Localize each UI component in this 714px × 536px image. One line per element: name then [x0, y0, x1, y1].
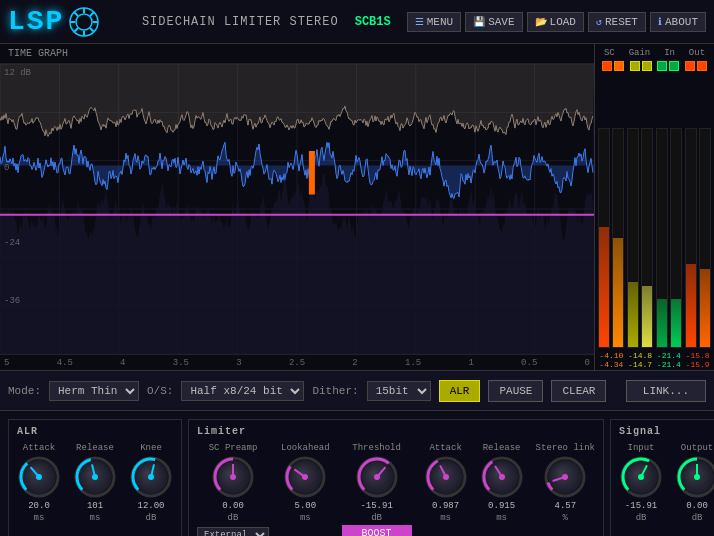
alr-knee-label: Knee [140, 443, 162, 453]
signal-knobs: Input -15.91 dB Output 0.00 dB [619, 443, 714, 523]
sc-preamp-unit: dB [228, 513, 239, 523]
out-header: Out [689, 48, 705, 58]
threshold-value: -15.91 [360, 501, 392, 511]
signal-title: Signal [619, 426, 714, 437]
limiter-group: Limiter SC Preamp 0.00 dB External Inter… [188, 419, 604, 536]
alr-knee-knob: Knee 12.00 dB [129, 443, 173, 523]
output-value: 0.00 [686, 501, 708, 511]
dither-label: Dither: [312, 385, 358, 397]
db-label-12: 12 dB [4, 68, 31, 78]
meter-bars [595, 72, 714, 350]
output-label: Output [681, 443, 713, 453]
in-val1: -21.4 [657, 351, 681, 360]
alr-release-canvas[interactable] [73, 455, 117, 499]
out-leds [685, 61, 707, 71]
os-select[interactable]: Half x8/24 bit Half x4/16 bit None [181, 381, 304, 401]
about-button[interactable]: ℹABOUT [650, 12, 706, 32]
lim-release-label: Release [483, 443, 521, 453]
input-canvas[interactable] [619, 455, 663, 499]
db-label-0: 0 [4, 163, 9, 173]
threshold-knob: Threshold -15.91 dB BOOST [342, 443, 412, 536]
menu-button[interactable]: ☰MENU [407, 12, 461, 32]
lim-attack-label: Attack [429, 443, 461, 453]
input-label: Input [628, 443, 655, 453]
alr-button[interactable]: ALR [439, 380, 481, 402]
sc-val2: -4.34 [599, 360, 623, 369]
sc-val1: -4.10 [599, 351, 623, 360]
time-graph-label: TIME GRAPH [8, 48, 68, 59]
sc-preamp-select[interactable]: External Internal [197, 527, 269, 536]
os-label: O/S: [147, 385, 173, 397]
stereo-link-knob: Stereo link 4.57 % [536, 443, 595, 523]
alr-release-knob: Release 101 ms [73, 443, 117, 523]
alr-release-value: 101 [87, 501, 103, 511]
out-val1: -15.8 [686, 351, 710, 360]
svg-line-8 [90, 12, 94, 16]
gain-val1: -14.8 [628, 351, 652, 360]
lim-release-value: 0.915 [488, 501, 515, 511]
db-label-neg36: -36 [4, 296, 20, 306]
mode-select[interactable]: Herm Thin Herm Wide Linear [49, 381, 139, 401]
alr-attack-canvas[interactable] [17, 455, 61, 499]
svg-line-9 [74, 28, 78, 32]
gear-icon [68, 6, 100, 38]
gain-leds [630, 61, 652, 71]
limiter-knobs: SC Preamp 0.00 dB External Internal Look… [197, 443, 595, 536]
controls-section: Mode: Herm Thin Herm Wide Linear O/S: Ha… [0, 370, 714, 410]
output-unit: dB [692, 513, 703, 523]
signal-group: Signal Input -15.91 dB Output 0.00 dB [610, 419, 714, 536]
alr-title: ALR [17, 426, 173, 437]
alr-group: ALR Attack 20.0 ms Release 101 ms Knee 1… [8, 419, 182, 536]
alr-release-label: Release [76, 443, 114, 453]
lim-release-knob: Release 0.915 ms [480, 443, 524, 523]
plugin-id: SCB1S [355, 15, 391, 29]
db-label-neg24: -24 [4, 238, 20, 248]
alr-attack-value: 20.0 [28, 501, 50, 511]
lookahead-unit: ms [300, 513, 311, 523]
gain-header: Gain [629, 48, 651, 58]
load-button[interactable]: 📂LOAD [527, 12, 584, 32]
boost-button[interactable]: BOOST [342, 525, 412, 536]
alr-attack-knob: Attack 20.0 ms [17, 443, 61, 523]
lim-release-unit: ms [496, 513, 507, 523]
side-meters: SC Gain In Out [594, 44, 714, 370]
output-canvas[interactable] [675, 455, 714, 499]
lim-attack-canvas[interactable] [424, 455, 468, 499]
time-axis: 5 4.5 4 3.5 3 2.5 2 1.5 1 0.5 0 [0, 354, 594, 370]
output-knob: Output 0.00 dB [675, 443, 714, 523]
lookahead-canvas[interactable] [283, 455, 327, 499]
input-value: -15.91 [625, 501, 657, 511]
stereo-link-value: 4.57 [555, 501, 577, 511]
out-val2: -15.9 [686, 360, 710, 369]
stereo-link-label: Stereo link [536, 443, 595, 453]
lim-attack-value: 0.987 [432, 501, 459, 511]
logo-text: LSP [8, 6, 64, 37]
dither-select[interactable]: 15bit 16bit None [367, 381, 431, 401]
stereo-link-canvas[interactable] [543, 455, 587, 499]
sc-header: SC [604, 48, 615, 58]
alr-release-unit: ms [90, 513, 101, 523]
pause-button[interactable]: PAUSE [488, 380, 543, 402]
clear-button[interactable]: CLEAR [551, 380, 606, 402]
header: LSP SIDECHAIN LIMITER STEREO SCB1S ☰MENU… [0, 0, 714, 44]
save-button[interactable]: 💾SAVE [465, 12, 522, 32]
main-wrapper: TIME GRAPH 12 dB 0 -24 -36 5 4.5 4 3.5 3… [0, 44, 714, 370]
lim-release-canvas[interactable] [480, 455, 524, 499]
lookahead-knob: Lookahead 5.00 ms [281, 443, 330, 523]
sc-preamp-label: SC Preamp [209, 443, 258, 453]
reset-button[interactable]: ↺RESET [588, 12, 646, 32]
alr-attack-label: Attack [23, 443, 55, 453]
lookahead-label: Lookahead [281, 443, 330, 453]
threshold-unit: dB [371, 513, 382, 523]
threshold-canvas[interactable] [355, 455, 399, 499]
link-button[interactable]: LINK... [626, 380, 706, 402]
svg-line-6 [74, 12, 78, 16]
alr-knee-value: 12.00 [137, 501, 164, 511]
sc-preamp-value: 0.00 [222, 501, 244, 511]
time-graph-canvas [0, 64, 594, 354]
sc-preamp-canvas[interactable] [211, 455, 255, 499]
in-val2: -21.4 [657, 360, 681, 369]
lim-attack-unit: ms [440, 513, 451, 523]
alr-knee-canvas[interactable] [129, 455, 173, 499]
svg-point-1 [76, 14, 92, 30]
